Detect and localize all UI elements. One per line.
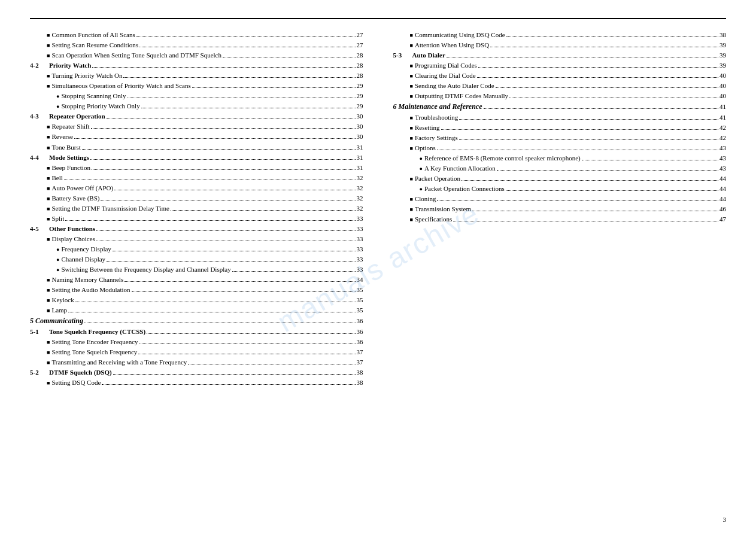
page-number-ref: 29 bbox=[357, 101, 363, 111]
toc-entry: ■Turning Priority Watch On28 bbox=[30, 71, 363, 81]
page-number-ref: 28 bbox=[357, 71, 363, 81]
leader-dots bbox=[74, 138, 356, 139]
toc-item-label: Options bbox=[415, 143, 436, 153]
page-number-ref: 36 bbox=[357, 316, 363, 326]
leader-dots bbox=[64, 180, 356, 180]
toc-item-label: Setting Tone Encoder Frequency bbox=[51, 337, 138, 347]
toc-item-label: Sending the Auto Dialer Code bbox=[415, 81, 494, 91]
toc-entry: ■Factory Settings42 bbox=[393, 133, 727, 143]
leader-dots bbox=[96, 241, 356, 241]
sq-bullet-icon: ■ bbox=[410, 145, 413, 153]
page-container: manuals archive ■Common Function of All … bbox=[0, 0, 756, 535]
leader-dots bbox=[453, 221, 718, 221]
page-number-ref: 43 bbox=[719, 143, 726, 153]
sq-bullet-icon: ■ bbox=[47, 379, 50, 388]
leader-dots bbox=[147, 333, 355, 334]
leader-dots bbox=[136, 37, 356, 37]
toc-entry: ■Communicating Using DSQ Code38 bbox=[393, 30, 727, 40]
toc-entry: ●Packet Operation Connections44 bbox=[393, 184, 727, 194]
page-number-ref: 37 bbox=[357, 357, 363, 367]
toc-entry: ●Frequency Display33 bbox=[30, 244, 363, 254]
page-number-ref: 44 bbox=[719, 194, 726, 204]
toc-item-label: Setting Scan Resume Conditions bbox=[51, 40, 138, 50]
leader-dots bbox=[582, 160, 718, 160]
toc-item-label: Turning Priority Watch On bbox=[51, 71, 122, 81]
sq-bullet-icon: ■ bbox=[47, 72, 50, 81]
toc-entry: ■Setting the DTMF Transmission Delay Tim… bbox=[30, 203, 363, 214]
toc-item-label: Display Choices bbox=[51, 234, 95, 244]
toc-section-main: 5 Communicating bbox=[30, 315, 83, 327]
toc-entry: ●Reference of EMS-8 (Remote control spea… bbox=[393, 153, 727, 163]
toc-section-label: Tone Squelch Frequency (CTCSS) bbox=[49, 327, 145, 337]
sq-bullet-icon: ■ bbox=[47, 349, 50, 357]
circ-bullet-icon: ● bbox=[420, 165, 423, 174]
page-number-ref: 33 bbox=[357, 254, 363, 265]
toc-entry: 4-2Priority Watch28 bbox=[30, 60, 363, 71]
toc-entry: ●Stopping Priority Watch Only29 bbox=[30, 101, 363, 111]
toc-entry: ■Transmitting and Receiving with a Tone … bbox=[30, 357, 363, 367]
leader-dots bbox=[139, 344, 356, 344]
sq-bullet-icon: ■ bbox=[410, 83, 413, 91]
sq-bullet-icon: ■ bbox=[47, 307, 50, 315]
page-number-ref: 39 bbox=[719, 40, 726, 50]
toc-entry: ■Keylock35 bbox=[30, 295, 363, 305]
toc-entry: ■Setting Tone Encoder Frequency36 bbox=[30, 337, 363, 347]
page-number-ref: 32 bbox=[357, 183, 363, 193]
circ-bullet-icon: ● bbox=[56, 246, 59, 254]
sq-bullet-icon: ■ bbox=[410, 62, 413, 71]
sq-bullet-icon: ■ bbox=[47, 175, 50, 183]
toc-item-label: Setting the Audio Modulation bbox=[51, 285, 130, 295]
toc-section-main: 6 Maintenance and Reference bbox=[393, 101, 482, 113]
sq-bullet-icon: ■ bbox=[410, 216, 413, 224]
toc-section-label: Repeater Operation bbox=[49, 111, 105, 121]
page-number-ref: 34 bbox=[357, 275, 363, 285]
toc-entry: ■Reverse30 bbox=[30, 132, 363, 142]
page-number-ref: 30 bbox=[357, 111, 363, 121]
sq-bullet-icon: ■ bbox=[47, 165, 50, 173]
page-number-ref: 32 bbox=[357, 193, 363, 203]
page-number-ref: 40 bbox=[719, 91, 726, 101]
page-number-ref: 36 bbox=[357, 327, 363, 337]
leader-dots bbox=[92, 67, 355, 68]
leader-dots bbox=[82, 149, 356, 150]
toc-item-label: Battery Save (BS) bbox=[51, 193, 99, 203]
sq-bullet-icon: ■ bbox=[47, 297, 50, 305]
page-number-ref: 27 bbox=[357, 40, 363, 50]
sq-bullet-icon: ■ bbox=[410, 42, 413, 50]
sq-bullet-icon: ■ bbox=[47, 133, 50, 142]
toc-entry: ■Options43 bbox=[393, 143, 727, 153]
leader-dots bbox=[506, 37, 718, 37]
toc-section-label: Mode Settings bbox=[49, 153, 89, 163]
toc-section-label: Priority Watch bbox=[49, 60, 91, 71]
leader-dots bbox=[75, 302, 356, 302]
leader-dots bbox=[223, 57, 356, 57]
leader-dots bbox=[437, 200, 718, 201]
leader-dots bbox=[84, 323, 355, 323]
toc-item-label: Setting DSQ Code bbox=[51, 378, 101, 388]
page-number-ref: 33 bbox=[357, 214, 363, 224]
leader-dots bbox=[132, 291, 356, 292]
page-number-ref: 27 bbox=[357, 30, 363, 40]
page-number-ref: 47 bbox=[719, 214, 726, 224]
toc-item-label: Outputting DTMF Codes Manually bbox=[415, 91, 508, 101]
page-number-ref: 38 bbox=[719, 30, 726, 40]
toc-item-label: Packet Operation Connections bbox=[424, 184, 505, 194]
circ-bullet-icon: ● bbox=[420, 186, 423, 194]
toc-entry: ■Outputting DTMF Codes Manually40 bbox=[393, 91, 727, 101]
toc-entry: ■Packet Operation44 bbox=[393, 174, 727, 184]
leader-dots bbox=[441, 129, 719, 130]
page-number-ref: 44 bbox=[719, 174, 726, 184]
sq-bullet-icon: ■ bbox=[47, 276, 50, 285]
leader-dots bbox=[92, 169, 356, 170]
sq-bullet-icon: ■ bbox=[47, 123, 50, 132]
page-number-ref: 46 bbox=[719, 204, 726, 214]
leader-dots bbox=[125, 281, 355, 282]
leader-dots bbox=[509, 98, 718, 98]
page-number-ref: 44 bbox=[719, 184, 726, 194]
leader-dots bbox=[188, 364, 355, 364]
sq-bullet-icon: ■ bbox=[410, 32, 413, 40]
toc-entry: ■Display Choices33 bbox=[30, 234, 363, 244]
leader-dots bbox=[113, 374, 356, 375]
toc-entry: 6 Maintenance and Reference41 bbox=[393, 101, 727, 113]
toc-item-label: Reverse bbox=[51, 132, 72, 142]
